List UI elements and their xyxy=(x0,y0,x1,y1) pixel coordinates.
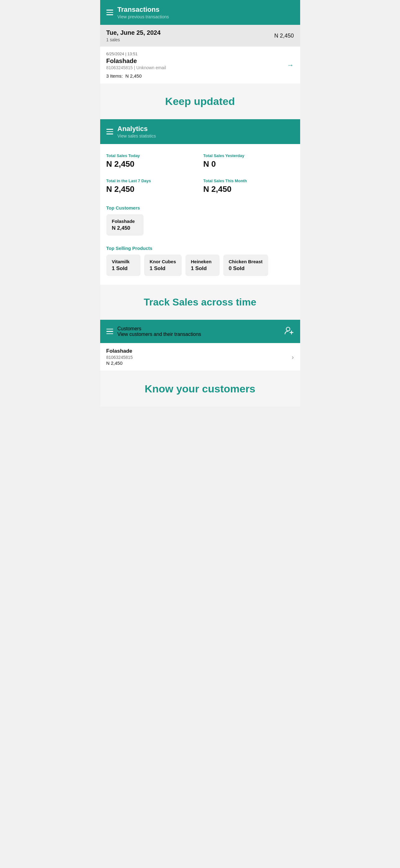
analytics-card: Total Sales Today N 2,450 Total Sales Ye… xyxy=(100,144,300,285)
stat-last-7-days-label: Total in the Last 7 Days xyxy=(106,179,197,183)
sales-count: 1 sales xyxy=(106,37,161,42)
date-header: Tue, June 25, 2024 1 sales N 2,450 xyxy=(100,25,300,46)
cl-amount: N 2,450 xyxy=(106,361,294,366)
stat-this-month-label: Total Sales This Month xyxy=(203,179,291,183)
customers-menu-icon[interactable] xyxy=(106,329,113,334)
stats-grid: Total Sales Today N 2,450 Total Sales Ye… xyxy=(100,144,300,200)
know-customers-title: Know your customers xyxy=(106,383,294,395)
transaction-item[interactable]: 6/25/2024 | 13:51 Folashade 81063245815 … xyxy=(100,46,300,84)
product-card-vitamilk[interactable]: Vitamilk 1 Sold xyxy=(106,254,140,276)
stat-this-month-value: N 2,450 xyxy=(203,184,291,194)
tx-datetime: 6/25/2024 | 13:51 xyxy=(106,52,294,56)
chevron-right-icon: › xyxy=(292,353,294,361)
product-name: Vitamilk xyxy=(112,259,135,264)
transactions-subtitle: View previous transactions xyxy=(118,14,294,19)
tx-name: Folashade xyxy=(106,57,294,65)
track-sales-section: Track Sales across time xyxy=(100,285,300,320)
product-card-heineken[interactable]: Heineken 1 Sold xyxy=(186,254,220,276)
tx-items: 3 Items: N 2,450 xyxy=(106,73,294,79)
transactions-menu-icon[interactable] xyxy=(106,10,113,15)
customers-header: Customers View customers and their trans… xyxy=(100,320,300,343)
customer-name: Folashade xyxy=(112,219,138,224)
transactions-header: Transactions View previous transactions xyxy=(100,0,300,25)
date-sales-amount: N 2,450 xyxy=(274,33,294,39)
analytics-title: Analytics xyxy=(118,125,294,133)
stat-this-month: Total Sales This Month N 2,450 xyxy=(200,176,294,200)
customer-list-item[interactable]: Folashade 81063245815 N 2,450 › xyxy=(100,343,300,371)
top-products-label: Top Selling Products xyxy=(106,246,294,251)
product-sold: 1 Sold xyxy=(191,266,214,272)
cl-name: Folashade xyxy=(106,348,294,354)
product-sold: 1 Sold xyxy=(150,266,176,272)
analytics-subtitle: View sales statistics xyxy=(118,133,294,138)
product-name: Knor Cubes xyxy=(150,259,176,264)
top-products-section: Top Selling Products Vitamilk 1 Sold Kno… xyxy=(100,241,300,285)
analytics-header: Analytics View sales statistics xyxy=(100,119,300,144)
product-name: Chicken Breast xyxy=(229,259,263,264)
stat-last-7-days-value: N 2,450 xyxy=(106,184,197,194)
transactions-title: Transactions xyxy=(118,6,294,14)
stat-last-7-days: Total in the Last 7 Days N 2,450 xyxy=(106,176,200,200)
top-customers-section: Top Customers Folashade N 2,450 xyxy=(100,200,300,241)
track-sales-title: Track Sales across time xyxy=(106,297,294,308)
tx-contact: 81063245815 | Unknown email xyxy=(106,65,294,70)
cl-phone: 81063245815 xyxy=(106,355,294,360)
add-customer-icon[interactable] xyxy=(284,326,294,337)
keep-updated-section: Keep updated xyxy=(100,84,300,119)
date-title: Tue, June 25, 2024 xyxy=(106,29,161,36)
customer-amount: N 2,450 xyxy=(112,225,138,231)
keep-updated-title: Keep updated xyxy=(106,95,294,107)
stat-sales-yesterday-label: Total Sales Yesterday xyxy=(203,153,291,158)
analytics-menu-icon[interactable] xyxy=(106,129,113,134)
know-customers-section: Know your customers xyxy=(100,371,300,407)
stat-sales-today: Total Sales Today N 2,450 xyxy=(106,150,200,175)
customers-title: Customers xyxy=(118,326,280,332)
svg-point-0 xyxy=(286,327,290,331)
product-card-knor-cubes[interactable]: Knor Cubes 1 Sold xyxy=(144,254,182,276)
product-card-chicken-breast[interactable]: Chicken Breast 0 Sold xyxy=(223,254,268,276)
customer-card[interactable]: Folashade N 2,450 xyxy=(106,214,143,236)
product-sold: 0 Sold xyxy=(229,266,263,272)
stat-sales-today-value: N 2,450 xyxy=(106,159,197,169)
stat-sales-yesterday-value: N 0 xyxy=(203,159,291,169)
transaction-arrow-icon[interactable]: → xyxy=(287,61,294,69)
customers-subtitle: View customers and their transactions xyxy=(118,332,280,337)
product-sold: 1 Sold xyxy=(112,266,135,272)
stat-sales-yesterday: Total Sales Yesterday N 0 xyxy=(200,150,294,175)
top-customers-label: Top Customers xyxy=(106,205,294,211)
stat-sales-today-label: Total Sales Today xyxy=(106,153,197,158)
products-scroll: Vitamilk 1 Sold Knor Cubes 1 Sold Heinek… xyxy=(106,254,294,277)
product-name: Heineken xyxy=(191,259,214,264)
